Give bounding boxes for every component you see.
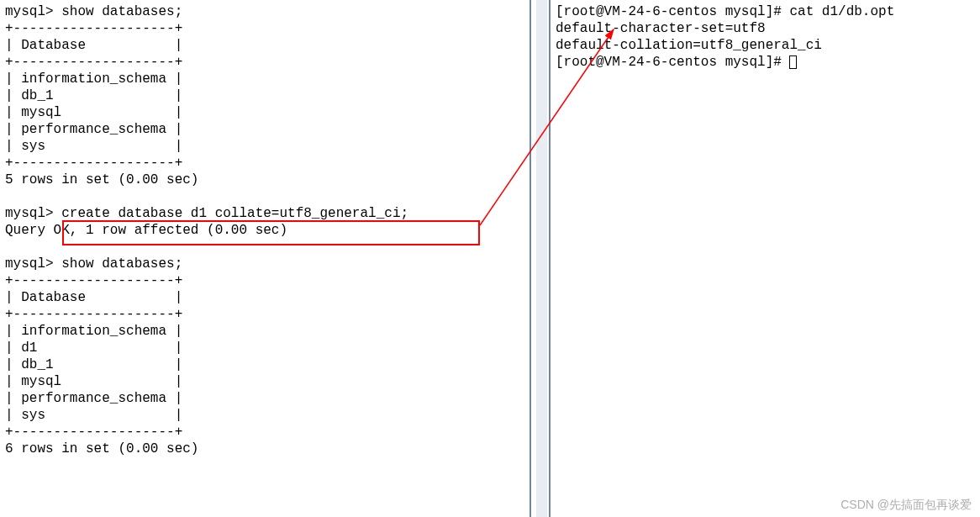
terminal-output: mysql> show databases; +----------------… — [5, 4, 408, 456]
mysql-terminal[interactable]: mysql> show databases; +----------------… — [0, 0, 530, 517]
pane-divider[interactable] — [530, 0, 551, 517]
cursor-icon — [789, 55, 797, 69]
terminal-output: [root@VM-24-6-centos mysql]# cat d1/db.o… — [556, 4, 894, 70]
shell-terminal[interactable]: [root@VM-24-6-centos mysql]# cat d1/db.o… — [551, 0, 980, 517]
watermark-text: CSDN @先搞面包再谈爱 — [840, 498, 972, 513]
